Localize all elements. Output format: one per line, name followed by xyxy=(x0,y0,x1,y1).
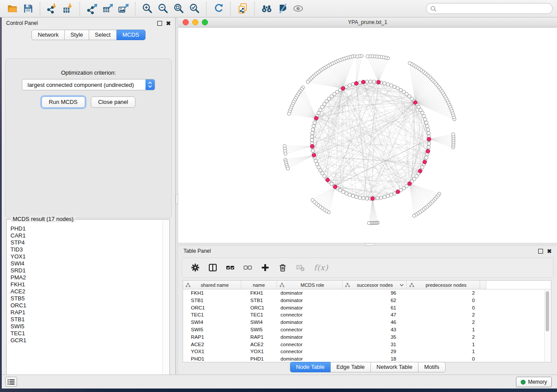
memory-button[interactable]: Memory xyxy=(516,377,552,387)
float-panel-icon[interactable] xyxy=(157,21,162,26)
column-header-stub xyxy=(480,281,486,289)
import-table-button[interactable] xyxy=(60,2,76,16)
cell-MCDS-role: dominator xyxy=(277,334,343,341)
network-canvas[interactable] xyxy=(178,28,557,243)
horizontal-splitter-handle[interactable] xyxy=(365,243,375,246)
import-network-button[interactable] xyxy=(44,2,60,16)
table-row[interactable]: SWI4SWI4dominator462 xyxy=(183,319,551,326)
add-column-icon xyxy=(260,263,270,272)
zoom-selected-button[interactable] xyxy=(187,2,202,16)
table-tab-network-table[interactable]: Network Table xyxy=(371,362,419,372)
refresh-layout-button[interactable] xyxy=(211,2,226,16)
export-table-button[interactable] xyxy=(100,2,115,16)
zoom-fit-button[interactable] xyxy=(171,2,187,16)
cell-predecessor-nodes: 1 xyxy=(407,326,480,334)
result-node-item[interactable]: SRD1 xyxy=(10,267,163,274)
table-tab-node-table[interactable]: Node Table xyxy=(290,362,331,372)
result-node-item[interactable]: RAP1 xyxy=(10,309,163,316)
export-image-button[interactable] xyxy=(115,2,131,16)
horizontal-splitter[interactable] xyxy=(178,243,557,246)
column-header-name[interactable]: name xyxy=(241,281,277,289)
tab-style[interactable]: Style xyxy=(65,30,89,40)
deselect-all-rows-button[interactable] xyxy=(242,262,253,273)
cell-name: SWI5 xyxy=(241,326,277,334)
search-box[interactable] xyxy=(426,3,553,14)
search-input[interactable] xyxy=(439,5,548,12)
table-row[interactable]: ORC1ORC1dominator610 xyxy=(183,304,551,312)
table-row[interactable]: YOX1YOX1connector291 xyxy=(183,348,551,355)
table-tab-edge-table[interactable]: Edge Table xyxy=(331,362,371,372)
column-header-shared-name[interactable]: shared name xyxy=(183,281,241,289)
run-mcds-button[interactable]: Run MCDS xyxy=(42,96,85,108)
clone-network-icon xyxy=(237,3,249,14)
save-session-icon xyxy=(22,3,34,14)
search-toggle-button[interactable] xyxy=(259,2,274,16)
zoom-out-button[interactable] xyxy=(155,2,171,16)
save-session-button[interactable] xyxy=(20,2,36,16)
show-graphics-details-icon xyxy=(292,3,304,14)
float-table-panel-icon[interactable] xyxy=(538,249,543,254)
memory-label: Memory xyxy=(528,379,547,385)
table-scrollbar-thumb[interactable] xyxy=(546,291,549,331)
tab-mcds[interactable]: MCDS xyxy=(117,30,145,40)
close-table-panel-icon[interactable]: ✖ xyxy=(547,248,552,254)
result-node-item[interactable]: TEC1 xyxy=(10,330,163,337)
result-node-item[interactable]: FKH1 xyxy=(10,281,163,288)
clone-network-button[interactable] xyxy=(235,2,250,16)
table-row[interactable]: SWI5SWI5connector431 xyxy=(183,326,551,334)
result-node-item[interactable]: SWI4 xyxy=(10,260,163,267)
table-row[interactable]: RAP1RAP1dominator352 xyxy=(183,334,551,341)
table-tabs: Node TableEdge TableNetwork TableMotifs xyxy=(290,362,445,372)
table-row[interactable]: PHD1PHD1dominator180 xyxy=(183,355,551,362)
result-node-item[interactable]: YOX1 xyxy=(10,253,163,260)
table-row[interactable]: ACE2ACE2connector311 xyxy=(183,341,551,348)
add-column-button[interactable] xyxy=(260,262,270,273)
cell-successor-nodes: 47 xyxy=(343,311,407,319)
mcds-panel: Optimization criterion: largest connecte… xyxy=(5,58,172,218)
hide-graphics-details-button[interactable] xyxy=(274,2,290,16)
search-icon xyxy=(430,6,436,12)
zoom-in-button[interactable] xyxy=(139,2,155,16)
close-panel-icon[interactable]: ✖ xyxy=(166,21,171,26)
result-node-item[interactable]: ORC1 xyxy=(10,302,163,309)
result-node-item[interactable]: PMA2 xyxy=(10,274,163,281)
export-network-button[interactable] xyxy=(84,2,100,16)
select-stepper-icon xyxy=(145,79,155,90)
result-node-item[interactable]: STB5 xyxy=(10,295,163,302)
result-node-item[interactable]: CAR1 xyxy=(10,232,163,239)
command-panel-button[interactable] xyxy=(5,377,17,387)
cell-predecessor-nodes: 2 xyxy=(407,311,480,319)
table-row[interactable]: TEC1TEC1connector472 xyxy=(183,311,551,319)
column-header-predecessor-nodes[interactable]: predecessor nodes xyxy=(407,281,480,289)
result-node-item[interactable]: TID3 xyxy=(10,246,163,253)
network-background xyxy=(178,28,557,243)
cell-MCDS-role: connector xyxy=(277,341,343,348)
column-header-successor-nodes[interactable]: successor nodes xyxy=(343,281,407,289)
open-file-button[interactable] xyxy=(4,2,20,16)
result-node-item[interactable]: STP4 xyxy=(10,239,163,246)
column-layout-button[interactable] xyxy=(208,262,218,273)
table-row[interactable]: FKH1FKH1dominator962 xyxy=(183,289,551,297)
column-header-MCDS-role[interactable]: MCDS role xyxy=(277,281,343,289)
delete-column-button[interactable] xyxy=(277,262,288,273)
result-node-item[interactable]: SWI5 xyxy=(10,323,163,330)
attribute-type-icon xyxy=(280,283,284,287)
control-panel: Control Panel ✖ NetworkStyleSelectMCDS O… xyxy=(2,17,176,375)
cell-name: PHD1 xyxy=(241,355,277,362)
tab-network[interactable]: Network xyxy=(31,30,65,40)
criterion-select[interactable]: largest connected component (undirected) xyxy=(22,79,155,90)
settings-gear-button[interactable] xyxy=(190,262,201,273)
result-node-item[interactable]: PHD1 xyxy=(10,225,163,232)
result-node-item[interactable]: STB1 xyxy=(10,316,163,323)
table-row[interactable]: STB1STB1dominator620 xyxy=(183,297,551,304)
select-all-rows-button[interactable] xyxy=(225,262,235,273)
tab-select[interactable]: Select xyxy=(89,30,117,40)
table-scrollbar[interactable] xyxy=(544,289,550,361)
clear-table-icon xyxy=(295,263,305,272)
table-tab-motifs[interactable]: Motifs xyxy=(419,362,446,372)
close-panel-button[interactable]: Close panel xyxy=(91,96,136,108)
result-node-item[interactable]: ACE2 xyxy=(10,288,163,295)
function-builder-button: f(x) xyxy=(312,262,330,273)
result-node-item[interactable]: GCR1 xyxy=(10,337,163,344)
result-scrollbar[interactable] xyxy=(163,220,169,381)
